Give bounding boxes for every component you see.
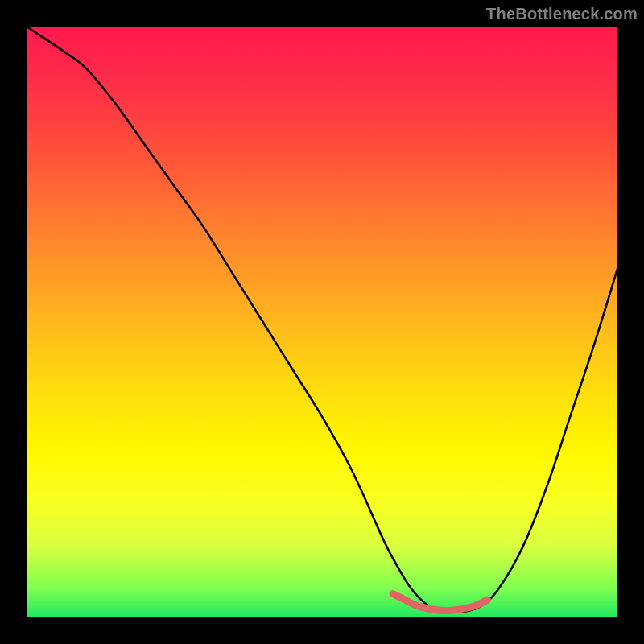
plot-area	[27, 27, 617, 617]
optimal-range-marker	[393, 594, 487, 611]
bottleneck-curve	[27, 27, 617, 613]
curve-svg	[27, 27, 617, 617]
chart-container: TheBottleneck.com	[0, 0, 644, 644]
watermark-text: TheBottleneck.com	[486, 5, 638, 23]
